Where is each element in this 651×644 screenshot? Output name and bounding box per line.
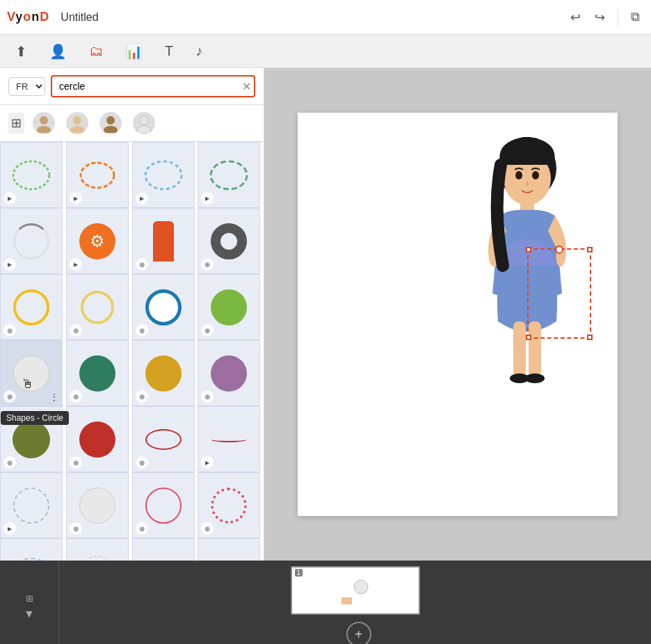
zoom-button[interactable]: ⊕ [136,258,148,271]
svg-point-10 [145,161,182,189]
text-button[interactable]: T [161,40,177,62]
grid-view-button[interactable]: ⊞ [8,113,24,134]
avatar4-filter[interactable] [130,109,158,137]
play-button[interactable]: ▶ [70,258,82,271]
zoom-button[interactable]: ⊕ [3,456,16,469]
asset-item[interactable]: ⊕ [66,274,129,340]
asset-item[interactable]: ⊕ [198,274,260,340]
asset-item[interactable]: ⊕ [132,340,195,406]
avatar4-icon [133,112,155,134]
asset-item[interactable]: ⊕ [132,538,195,561]
play-button[interactable]: ▶ [70,192,82,204]
zoom-button[interactable]: ⊕ [201,522,214,535]
svg-point-13 [82,556,113,561]
zoom-button[interactable]: ⊕ [201,390,214,403]
dashed-ellipse-outline [13,558,49,561]
clone-button[interactable]: ⧉ [627,7,644,27]
scene-thumbnail[interactable]: 1 [291,566,420,615]
canvas-area [264,68,651,561]
purple-solid-circle [211,355,247,392]
redo-button[interactable]: ↪ [590,7,609,28]
svg-rect-26 [341,597,352,604]
avatar3-filter[interactable] [97,109,124,137]
play-button[interactable]: ▶ [201,456,214,469]
svg-point-4 [106,116,115,124]
zoom-button[interactable]: ⊕ [70,522,82,535]
music-button[interactable]: ♪ [191,40,207,62]
zoom-button[interactable]: ⊕ [70,456,82,469]
upload-button[interactable]: ⬆ [11,40,31,63]
zoom-button[interactable]: ⊕ [136,390,148,403]
svg-point-9 [81,163,114,188]
spinner-icon [13,223,49,259]
more-options-button[interactable]: ⋮ [49,392,59,403]
scene-thumb-inner [292,567,419,613]
zoom-button[interactable]: ⊕ [136,324,148,337]
asset-item[interactable]: ▶ [0,208,63,274]
grid-icon: ⊞ [11,116,22,130]
asset-item[interactable]: ⊕ [132,274,195,340]
svg-rect-21 [513,321,526,377]
timeline-left-panel: ⊞ ▼ [0,561,59,644]
asset-item[interactable]: ▶ [198,142,260,208]
asset-item[interactable]: ⊕ [66,472,129,538]
avatar1-filter[interactable] [30,109,58,137]
svg-point-17 [515,171,522,179]
svg-point-24 [525,373,545,383]
red-deco-circle-outline [145,488,182,524]
timeline-tracks: 1 + [59,561,651,644]
yellow-solid-circle [145,355,182,392]
asset-item[interactable]: ⊕ [198,538,260,561]
zoom-button[interactable]: ⊕ [3,390,16,403]
zoom-button[interactable]: ⊕ [3,324,16,337]
asset-item[interactable]: ⊕ [198,208,260,274]
zoom-button[interactable]: ⊕ [201,324,214,337]
asset-item[interactable]: ⊕ [0,274,63,340]
asset-item[interactable]: ▶ [0,142,63,208]
svg-point-5 [104,126,118,133]
asset-item[interactable]: ⊕ [132,208,195,274]
asset-item[interactable]: ⊕ [132,406,195,472]
asset-item[interactable]: ▶ [0,472,63,538]
red-stroke-thin [211,437,247,442]
play-button[interactable]: ▶ [136,192,148,204]
zoom-button[interactable]: ⊕ [136,522,148,535]
avatar2-filter[interactable] [63,109,91,137]
asset-item[interactable]: ⊕ [66,538,129,561]
filter-tabs: ⊞ [0,105,264,142]
zoom-button[interactable]: ⊕ [70,324,82,337]
search-input[interactable] [51,75,255,97]
asset-item-active[interactable]: ⊕ ⋮ 🖱 Shapes - Circle [0,340,63,406]
top-actions: ↩ ↪ ⧉ [566,7,644,28]
language-select[interactable]: FR EN [8,77,45,96]
timeline-down-button[interactable]: ▼ [24,608,35,620]
play-button[interactable]: ▶ [3,522,16,535]
play-button[interactable]: ▶ [3,192,16,204]
zoom-button[interactable]: ⊕ [201,258,214,271]
search-input-wrap: ✕ [51,75,255,97]
canvas-white[interactable] [298,113,618,516]
shape-button[interactable]: 🗂 [85,40,107,62]
asset-item[interactable]: ⊕ [66,340,129,406]
person-button[interactable]: 👤 [45,40,71,63]
svg-point-11 [211,161,247,189]
add-scene-button[interactable]: + [346,622,371,644]
undo-button[interactable]: ↩ [566,7,585,28]
chart-button[interactable]: 📊 [121,40,147,63]
asset-item[interactable]: ▶ [198,406,260,472]
top-bar: VyonD Untitled ↩ ↪ ⧉ [0,0,651,35]
play-button[interactable]: ▶ [3,258,16,271]
zoom-button[interactable]: ⊕ [136,456,148,469]
asset-item[interactable]: ⊕ [132,472,195,538]
asset-item[interactable]: ▶ [66,142,129,208]
asset-item[interactable]: ⊕ [198,472,260,538]
asset-item[interactable]: ⚙ ▶ [66,208,129,274]
asset-item[interactable]: ▶ [0,538,63,561]
play-button[interactable]: ▶ [201,192,214,204]
red-solid-circle [79,421,115,458]
asset-item[interactable]: ⊕ [198,340,260,406]
clear-search-button[interactable]: ✕ [242,80,251,93]
asset-item[interactable]: ▶ [132,142,195,208]
zoom-button[interactable]: ⊕ [70,390,82,403]
asset-item[interactable]: ⊕ [66,406,129,472]
